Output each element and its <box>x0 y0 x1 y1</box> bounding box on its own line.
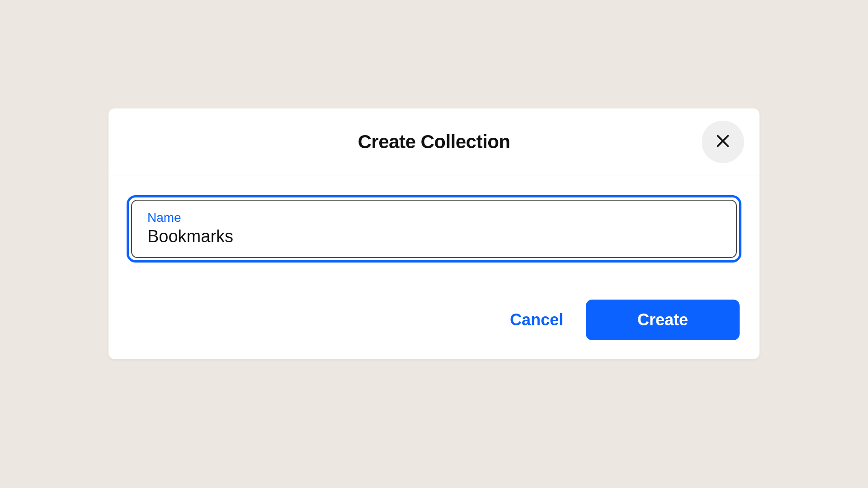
close-button[interactable] <box>702 121 744 163</box>
dialog-footer: Cancel Create <box>108 282 760 359</box>
dialog-title: Create Collection <box>358 131 510 153</box>
dialog-body: Name <box>108 175 760 282</box>
create-button[interactable]: Create <box>586 300 740 340</box>
name-field-focus-ring: Name <box>127 195 741 263</box>
create-collection-dialog: Create Collection Name Cancel Create <box>108 108 760 359</box>
name-field-label: Name <box>147 211 721 225</box>
cancel-button[interactable]: Cancel <box>510 310 563 329</box>
close-icon <box>715 133 731 150</box>
name-field-wrapper: Name <box>131 200 737 258</box>
dialog-header: Create Collection <box>108 108 760 175</box>
name-input[interactable] <box>147 227 721 246</box>
